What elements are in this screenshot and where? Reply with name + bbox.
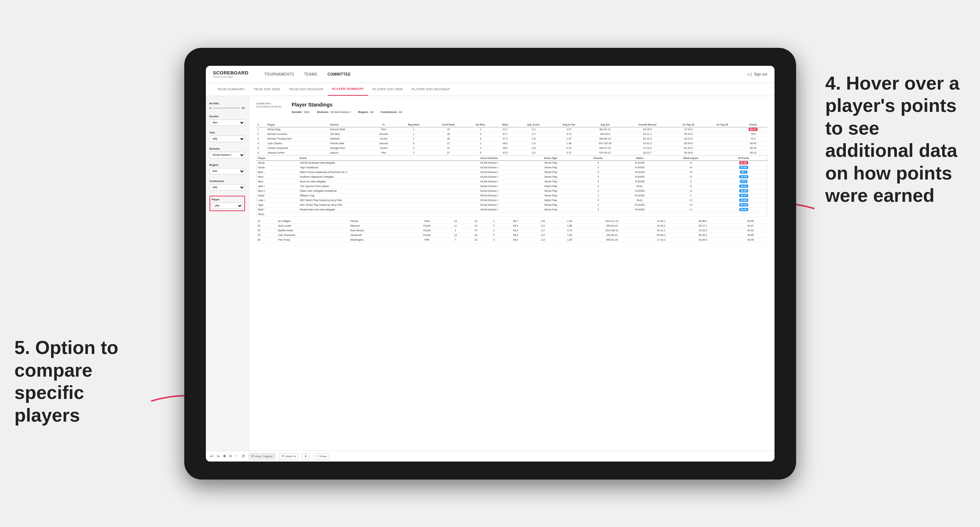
cell-avg-sg: 381-61-11 <box>587 127 623 132</box>
cell-points[interactable]: 58.95 <box>734 233 767 237</box>
cell-points[interactable]: 60.02 <box>734 228 767 233</box>
hover-table-row: Gordo Tiger Invitational NCAA Division I… <box>256 165 767 170</box>
hover-cell-w-points[interactable]: 62.64 <box>721 160 767 165</box>
sidebar-division: Division NCAA Division I <box>210 147 245 158</box>
cell-avg-par: 2.34 <box>551 146 587 150</box>
hover-cell-w-points[interactable]: 46.7 <box>721 170 767 175</box>
toolbar-more[interactable]: ⋯ <box>235 454 238 458</box>
cell-name: Wenyi Ding <box>266 127 329 132</box>
cell-points[interactable]: 58.49 <box>734 237 767 242</box>
toolbar-view-btn[interactable]: 👁 View: Original <box>249 453 275 459</box>
cell-avg-sg: 514-111-12 <box>584 219 641 224</box>
col-vs25: Vs Top 25 <box>671 122 705 127</box>
cell-points[interactable]: 68.54 <box>739 141 767 146</box>
hover-table-row: Luke I SEC Match Play hosted by Jerry Pa… <box>256 198 767 203</box>
hover-cell-w-points[interactable] <box>721 212 767 217</box>
sidebar-conference-select[interactable]: (All) <box>210 184 245 190</box>
cell-name: Jackson Kohon <box>266 150 329 155</box>
toolbar-download-btn[interactable]: ⬇ <box>302 453 310 459</box>
hover-cell-w-points[interactable]: 18.50 <box>721 189 767 193</box>
hover-cell-rounds: 1 <box>578 193 619 198</box>
subnav-team-summary[interactable]: TEAM SUMMARY <box>213 83 250 96</box>
cell-school: Ole Miss <box>329 132 370 137</box>
hover-cell-w-points[interactable]: 56.18 <box>721 203 767 207</box>
sidebar-no-rds: No Rds. 4 52 <box>210 102 245 110</box>
slider-track[interactable] <box>212 108 240 109</box>
toolbar-settings[interactable]: ⚙ <box>223 454 226 458</box>
toolbar-copy[interactable]: ⎘ <box>230 454 231 458</box>
cell-rds: 2 <box>466 141 495 146</box>
hover-table-row: Tiger SEC Stroke Play hosted by Jerry Pa… <box>256 203 767 207</box>
cell-points[interactable]: 76.3 <box>739 132 767 137</box>
cell-points[interactable]: 60.27 <box>734 224 767 228</box>
nav-committee[interactable]: COMMITTEE <box>323 66 356 83</box>
cell-avg-par: 1.43 <box>556 219 584 224</box>
cell-points[interactable]: 88.27 <box>739 127 767 132</box>
sidebar-division-select[interactable]: NCAA Division I <box>210 152 245 158</box>
cell-reg-rank: 5 <box>397 141 430 146</box>
hover-cell-division: NCAA Division I <box>455 207 523 212</box>
hover-table-row: David Williams Cup NCAA Division I Strok… <box>256 193 767 198</box>
cell-rank: 24 <box>256 228 277 233</box>
sidebar-year-label: Year <box>210 131 245 134</box>
toolbar-share-btn[interactable]: ↗ Share <box>313 453 329 459</box>
cell-vs50 <box>724 237 734 242</box>
nav-teams[interactable]: TEAMS <box>299 66 323 83</box>
cell-avg-par: 3.10 <box>551 132 587 137</box>
cell-points[interactable]: 70.2 <box>739 137 767 141</box>
top-navigation: SCOREBOARD Powered by clippi TOURNAMENTS… <box>206 66 775 83</box>
cell-adj-score: -1.6 <box>516 141 551 146</box>
cell-vs25: 23-22-0 <box>671 137 705 141</box>
cell-points[interactable]: 60.58 <box>734 219 767 224</box>
tablet-device: SCOREBOARD Powered by clippi TOURNAMENTS… <box>184 48 796 479</box>
hover-col-status: Status <box>619 156 661 160</box>
subnav-player-h2h-heatmap[interactable]: PLAYER H2H HEATMAP <box>407 83 454 96</box>
subnav-team-h2h-heatmap[interactable]: TEAM H2H HEATMAP <box>285 83 328 96</box>
toolbar-timer[interactable]: ⏱ <box>242 454 245 458</box>
hover-cell-w-points[interactable]: 30.47 <box>721 193 767 198</box>
subnav-player-summary[interactable]: PLAYER SUMMARY <box>328 83 369 96</box>
cell-wins: 67.1 <box>495 132 515 137</box>
view-icon: 👁 <box>251 455 254 458</box>
cell-reg-rank: 10 <box>445 219 466 224</box>
hover-col-rank-impact: Rank Impact <box>661 156 721 160</box>
hover-cell-w-points[interactable]: 25.98 <box>721 198 767 203</box>
page-title: Player Standings <box>291 102 767 108</box>
sidebar-player-select[interactable]: (All) <box>212 203 243 209</box>
toolbar-watch-btn[interactable]: 👁 Watch ▾ <box>279 453 298 459</box>
subnav-player-h2h-grid[interactable]: PLAYER H2H GRID <box>368 83 407 96</box>
cell-conf-rank: 18 <box>430 137 466 141</box>
hover-table-row: Alex C Fallen Oak Collegiate Invitationa… <box>256 189 767 193</box>
sidebar-year-select[interactable]: (All) <box>210 136 245 142</box>
hover-table-row: Bren ... Wake Forest Invitational at Pin… <box>256 170 767 175</box>
hover-cell-w-points[interactable]: 53.60 <box>721 165 767 170</box>
hover-cell-w-points[interactable]: 66.40 <box>721 207 767 212</box>
nav-tournaments[interactable]: TOURNAMENTS <box>259 66 299 83</box>
nav-separator: ◁ | <box>747 72 751 76</box>
cell-avg-par: 1.68 <box>556 224 584 228</box>
toolbar-redo[interactable]: ↪ <box>217 454 220 458</box>
subnav-team-h2h-grid[interactable]: TEAM H2H GRID <box>249 83 284 96</box>
hover-cell-division: NCAA Division I <box>455 175 523 179</box>
cell-points[interactable]: 60.49 <box>739 146 767 150</box>
cell-avg-sg: 452-96-12 <box>584 233 641 237</box>
hover-cell-player: Matt I <box>256 207 298 212</box>
toolbar-undo[interactable]: ↩ <box>210 454 213 458</box>
sign-out-link[interactable]: Sign out <box>754 72 767 76</box>
brand-title: SCOREBOARD <box>213 70 249 76</box>
cell-vs50 <box>705 141 739 146</box>
hover-cell-w-points[interactable]: 37.5 <box>721 179 767 184</box>
hover-cell-w-points[interactable]: 24.11 <box>721 184 767 189</box>
hover-cell-type: Stroke Play <box>523 175 578 179</box>
sidebar-region-select[interactable]: N/A <box>210 168 245 175</box>
hover-cell-division: NCAA Division I <box>455 198 523 203</box>
sidebar-gender-select[interactable]: Men <box>210 119 245 126</box>
hover-cell-rounds: 3 <box>578 175 619 179</box>
table-row: 4 Luke Clanton Florida State Second 5 27… <box>256 141 767 146</box>
cell-vs50 <box>705 137 739 141</box>
hover-cell-w-points[interactable]: 73.33 <box>721 175 767 179</box>
cell-wins: 68.0 <box>495 146 515 150</box>
col-conf-rank: Conf Rank <box>430 122 466 127</box>
cell-points[interactable]: 58.18 <box>739 150 767 155</box>
cell-rds: 0 <box>466 137 495 141</box>
